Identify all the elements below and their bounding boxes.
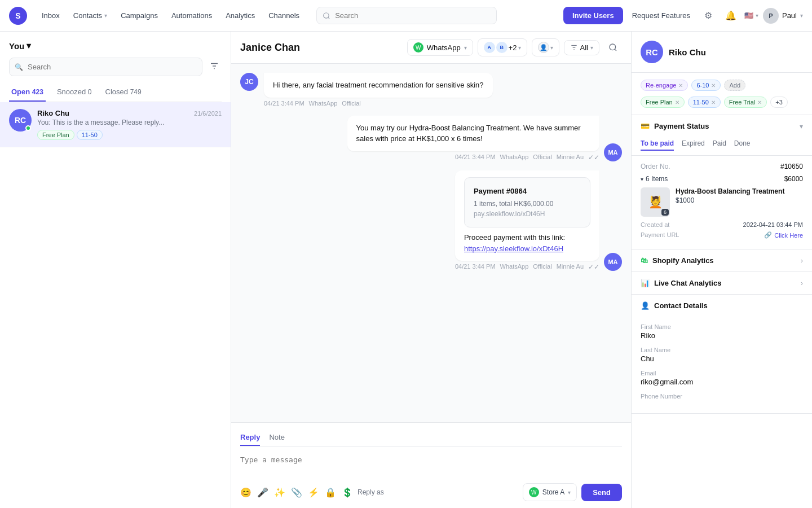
contact-tags-section: Re-engage ✕ 6-10 ✕ Add Free Plan ✕ 11-50… [632,73,812,115]
shopify-analytics-header[interactable]: 🛍 Shopify Analytics › [632,249,812,271]
remove-tag-free-plan[interactable]: ✕ [675,99,679,106]
contact-header: RC Riko Chu [632,32,812,73]
whatsapp-channel-selector[interactable]: W WhatsApp ▾ [407,39,473,56]
template-icon[interactable]: ⚡ [308,487,319,498]
live-chat-analytics-header[interactable]: 📊 Live Chat Analytics › [632,272,812,294]
sidebar-filter-icon[interactable] [207,59,222,75]
payment-icon[interactable]: 💲 [342,487,353,498]
store-chevron-icon: ▾ [568,489,571,496]
add-tag-button[interactable]: Add [724,80,745,91]
sidebar-header: You ▾ Open 423 Snoozed 0 Closed [0,32,231,102]
user-avatar: P [763,8,779,24]
agent-avatar-2: B [496,42,508,53]
live-chat-analytics-section: 📊 Live Chat Analytics › [632,272,812,295]
reply-tab-note[interactable]: Note [269,430,284,446]
user-menu[interactable]: P Paul ▾ [763,8,803,24]
nav-analytics[interactable]: Analytics [220,8,261,23]
nav-automations[interactable]: Automations [166,8,218,23]
message-channel-type: Official [533,154,551,161]
tab-open[interactable]: Open 423 [9,83,46,102]
nav-inbox[interactable]: Inbox [36,8,65,23]
message-meta: 04/21 3:44 PM WhatsApp Official [264,100,493,107]
payment-status-label: Payment Status [654,122,709,130]
payment-body: Order No. #10650 ▾ 6 Items $6000 💆 6 [632,156,812,249]
last-name-value: Chu [641,354,803,363]
sparkle-icon[interactable]: ✨ [274,487,285,498]
request-features-link[interactable]: Request Features [628,8,695,23]
first-name-label: First Name [641,323,803,330]
send-button[interactable]: Send [581,484,622,501]
contact-name: Riko Chu [669,47,706,57]
messages-area: JC Hi there, any facial treatment recomm… [231,64,631,422]
agent-avatar-1: A [484,42,495,53]
assignee-selector[interactable]: 👤 ▾ [532,38,559,56]
tag-11-50: 11-50 ✕ [688,97,721,108]
product-price: $1000 [676,196,784,204]
created-at-row: Created at 2022-04-21 03:44 PM [641,221,803,228]
main-layout: You ▾ Open 423 Snoozed 0 Closed [0,32,812,508]
remove-tag-free-trial[interactable]: ✕ [757,99,762,106]
contact-avatar: RC [641,41,663,63]
agent-selector[interactable]: A B +2 ▾ [478,38,527,56]
nav-contacts[interactable]: Contacts ▾ [68,8,113,23]
payment-status-section: 💳 Payment Status ▾ To be paid Expired Pa… [632,115,812,249]
notifications-icon[interactable]: 🔔 [722,7,740,25]
message-channel: WhatsApp [500,263,529,271]
contact-details-body: First Name Riko Last Name Chu Email riko… [632,317,812,413]
message-channel-type: Official [533,263,551,271]
payment-status-title: 💳 Payment Status [641,122,709,130]
whatsapp-label: WhatsApp [427,43,461,52]
shopify-analytics-title: 🛍 Shopify Analytics [641,256,714,265]
you-dropdown[interactable]: You ▾ [9,41,222,51]
nav-channels[interactable]: Channels [263,8,305,23]
message-filter[interactable]: All ▾ [564,40,599,55]
ptab-paid[interactable]: Paid [713,137,726,151]
message-row-outgoing-1: You may try our Hydra-Boost Balancing Tr… [347,116,622,161]
online-indicator [25,125,31,131]
chat-panel: Janice Chan W WhatsApp ▾ A B +2 ▾ 👤 ▾ [231,32,632,508]
reply-input[interactable] [240,451,622,477]
audio-icon[interactable]: 🎤 [257,487,268,498]
ptab-to-be-paid[interactable]: To be paid [641,137,674,151]
search-input[interactable] [316,7,497,24]
message-agent: Minnie Au [557,263,584,271]
reply-tab-reply[interactable]: Reply [240,430,260,446]
invite-users-button[interactable]: Invite Users [563,7,623,24]
items-chevron-icon: ▾ [641,176,643,182]
payment-status-header[interactable]: 💳 Payment Status ▾ [632,115,812,137]
items-toggle[interactable]: ▾ 6 Items [641,175,668,183]
chat-search-icon[interactable] [604,38,622,56]
settings-icon[interactable]: ⚙ [699,7,717,25]
reply-area: Reply Note 😊 🎤 ✨ 📎 ⚡ 🔒 💲 Reply as W Stor… [231,422,631,508]
nav-right-actions: Invite Users Request Features ⚙ 🔔 🇺🇸 ▾ P… [563,7,803,25]
nav-campaigns[interactable]: Campaigns [115,8,164,23]
items-row: ▾ 6 Items $6000 [641,175,803,183]
reply-as-selector[interactable]: W Store A ▾ [523,483,577,501]
conversation-item[interactable]: RC Riko Chu 21/6/2021 You: This is the a… [0,102,231,147]
message-channel: WhatsApp [309,100,338,107]
payment-items-text: 1 items, total HK$6,000.00 [474,199,581,209]
lock-icon[interactable]: 🔒 [325,487,336,498]
remove-tag-reengage[interactable]: ✕ [678,82,683,89]
language-selector[interactable]: 🇺🇸 ▾ [744,11,758,20]
ptab-expired[interactable]: Expired [682,137,705,151]
payment-tabs: To be paid Expired Paid Done [632,137,812,156]
remove-tag-6-10[interactable]: ✕ [711,82,716,89]
agent-chevron-icon: ▾ [518,45,521,51]
tab-snoozed[interactable]: Snoozed 0 [55,83,94,102]
sidebar-search-input[interactable] [9,58,202,76]
attach-icon[interactable]: 📎 [291,487,302,498]
conversation-top: Riko Chu 21/6/2021 [37,109,222,117]
payment-url-link[interactable]: 🔗 Click Here [764,231,803,239]
proceed-link[interactable]: https://pay.sleekflow.io/xDt46H [464,244,563,253]
contact-panel: RC Riko Chu Re-engage ✕ 6-10 ✕ Add Free … [632,32,812,508]
emoji-icon[interactable]: 😊 [240,487,251,498]
contact-details-header[interactable]: 👤 Contact Details [632,295,812,317]
conversation-name: Riko Chu [37,109,69,117]
order-number-row: Order No. #10650 [641,163,803,170]
ptab-done[interactable]: Done [734,137,751,151]
tab-closed[interactable]: Closed 749 [103,83,144,102]
product-count-badge: 6 [661,209,669,216]
remove-tag-11-50[interactable]: ✕ [711,99,716,106]
conversation-body: Riko Chu 21/6/2021 You: This is the a me… [37,109,222,140]
